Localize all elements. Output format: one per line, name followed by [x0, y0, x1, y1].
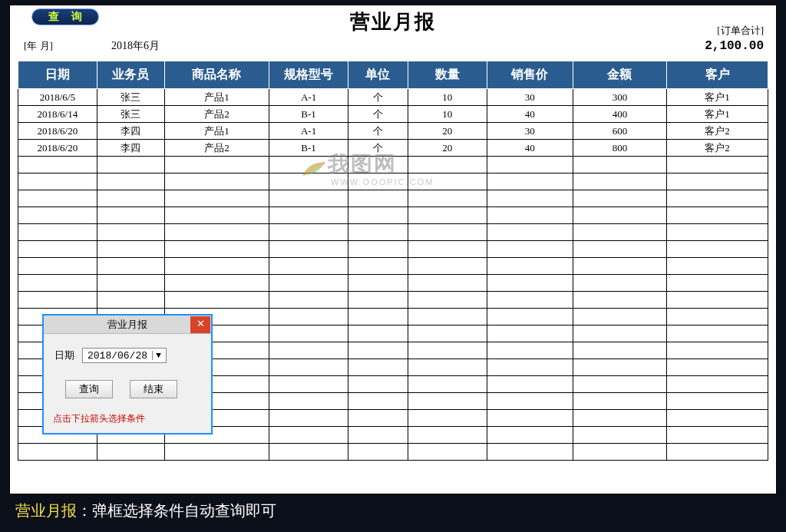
date-dropdown[interactable]: 2018/06/28 ▼: [82, 348, 167, 363]
cell-sales: 张三: [97, 89, 164, 106]
table-row-empty: [18, 444, 768, 461]
col-unit: 单位: [348, 61, 408, 89]
cell-amount: 400: [573, 106, 666, 123]
dialog-end-button[interactable]: 结束: [130, 380, 177, 398]
cell-spec: A-1: [269, 123, 348, 140]
cell-customer: 客户2: [667, 123, 768, 140]
cell-price: 40: [487, 140, 573, 157]
table-row-empty: [18, 224, 768, 241]
table-row[interactable]: 2018/6/20李四产品2B-1个2040800客户2: [18, 140, 768, 157]
footer-highlight: 营业月报: [15, 502, 77, 519]
table-row[interactable]: 2018/6/20李四产品1A-1个2030600客户2: [18, 123, 768, 140]
dialog-query-button[interactable]: 查询: [65, 380, 113, 398]
cell-unit: 个: [348, 106, 408, 123]
chevron-down-icon[interactable]: ▼: [152, 351, 164, 360]
cell-sales: 李四: [97, 140, 164, 157]
cell-sales: 张三: [97, 106, 164, 123]
cell-unit: 个: [348, 140, 408, 157]
table-row-empty: [18, 258, 768, 275]
year-month-label: [年 月]: [24, 39, 53, 53]
cell-product: 产品1: [164, 123, 269, 140]
cell-customer: 客户1: [667, 89, 768, 106]
cell-unit: 个: [348, 89, 408, 106]
cell-qty: 20: [408, 140, 487, 157]
cell-spec: A-1: [269, 89, 348, 106]
table-row-empty: [18, 292, 768, 309]
sum-value: 2,100.00: [705, 39, 764, 53]
cell-sales: 李四: [97, 123, 164, 140]
dialog-title: 营业月报: [44, 318, 211, 332]
dialog-body: 日期 2018/06/28 ▼ 查询 结束 点击下拉箭头选择条件: [44, 334, 211, 433]
close-icon[interactable]: ✕: [190, 316, 210, 333]
col-spec: 规格型号: [269, 61, 348, 89]
query-button-main[interactable]: 查 询: [31, 8, 99, 25]
date-value: 2018/06/28: [88, 350, 147, 362]
dialog-hint: 点击下拉箭头选择条件: [53, 412, 203, 425]
table-row-empty: [18, 207, 768, 224]
cell-product: 产品1: [164, 89, 269, 106]
cell-product: 产品2: [164, 140, 269, 157]
date-label: 日期: [54, 349, 74, 362]
col-customer: 客户: [667, 61, 768, 89]
col-price: 销售价: [487, 61, 573, 89]
table-row-empty: [18, 190, 768, 207]
col-product: 商品名称: [164, 61, 269, 89]
cell-qty: 10: [408, 106, 487, 123]
sum-label: [订单合计]: [717, 24, 764, 38]
dialog-titlebar[interactable]: 营业月报 ✕: [44, 316, 211, 334]
cell-price: 30: [487, 123, 573, 140]
filter-dialog: 营业月报 ✕ 日期 2018/06/28 ▼ 查询 结束 点击下拉箭头选择条件: [42, 314, 213, 435]
cell-unit: 个: [348, 123, 408, 140]
cell-date: 2018/6/20: [18, 140, 97, 157]
report-sheet: 查 询 营业月报 [订单合计] [年 月] 2018年6月 2,100.00 日…: [9, 5, 777, 494]
footer-caption: 营业月报：弹框选择条件自动查询即可: [0, 494, 786, 521]
table-row[interactable]: 2018/6/14张三产品2B-1个1040400客户1: [18, 106, 768, 123]
year-month-value: 2018年6月: [111, 39, 160, 53]
cell-product: 产品2: [164, 106, 269, 123]
table-header-row: 日期 业务员 商品名称 规格型号 单位 数量 销售价 金额 客户: [18, 61, 768, 89]
col-salesperson: 业务员: [97, 61, 164, 89]
col-qty: 数量: [408, 61, 487, 89]
col-amount: 金额: [573, 61, 666, 89]
footer-rest: ：弹框选择条件自动查询即可: [77, 502, 276, 519]
table-row-empty: [18, 275, 768, 292]
topbar: 查 询 营业月报 [订单合计]: [18, 10, 768, 33]
cell-amount: 800: [573, 140, 666, 157]
cell-date: 2018/6/20: [18, 123, 97, 140]
page-title: 营业月报: [18, 8, 768, 35]
col-date: 日期: [18, 61, 97, 89]
cell-date: 2018/6/5: [18, 89, 97, 106]
cell-amount: 300: [573, 89, 666, 106]
cell-date: 2018/6/14: [18, 106, 97, 123]
cell-spec: B-1: [269, 106, 348, 123]
cell-price: 40: [487, 106, 573, 123]
cell-qty: 20: [408, 123, 487, 140]
meta-row: [年 月] 2018年6月 2,100.00: [18, 39, 768, 59]
table-row-empty: [18, 157, 768, 173]
cell-customer: 客户2: [667, 140, 768, 157]
cell-amount: 600: [573, 123, 666, 140]
table-row[interactable]: 2018/6/5张三产品1A-1个1030300客户1: [18, 89, 768, 106]
cell-price: 30: [487, 89, 573, 106]
table-row-empty: [18, 173, 768, 190]
cell-spec: B-1: [269, 140, 348, 157]
cell-customer: 客户1: [667, 106, 768, 123]
cell-qty: 10: [408, 89, 487, 106]
table-row-empty: [18, 241, 768, 258]
